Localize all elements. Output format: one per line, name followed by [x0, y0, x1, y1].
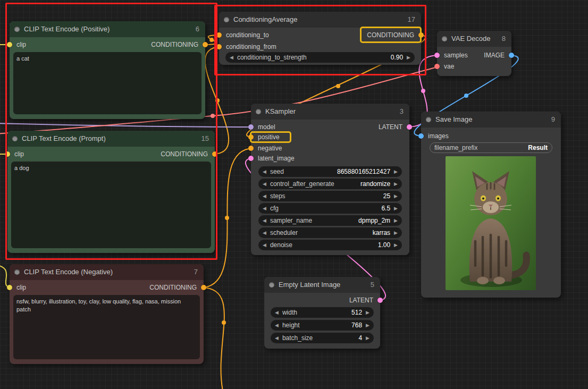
- image-output-port[interactable]: [509, 53, 514, 58]
- model-input-port[interactable]: [248, 124, 254, 130]
- latent-port-label: LATENT: [379, 122, 402, 132]
- prompt-textarea[interactable]: a dog: [11, 162, 211, 248]
- widget-value: 6.5: [381, 205, 390, 212]
- conditioning-output-port[interactable]: [212, 151, 217, 157]
- collapse-dot-icon[interactable]: [224, 17, 229, 22]
- collapse-dot-icon[interactable]: [256, 109, 261, 114]
- image-port-label: IMAGE: [484, 50, 505, 60]
- node-header[interactable]: Empty Latent Image 5: [264, 277, 380, 293]
- node-clip-text-encode-positive[interactable]: CLIP Text Encode (Positive) 6 clip CONDI…: [10, 21, 205, 119]
- widget-conditioning-to-strength[interactable]: ◀ conditioning_to_strength 0.90 ▶: [225, 52, 415, 63]
- widget-cfg[interactable]: ◀ cfg 6.5 ▶: [258, 203, 402, 214]
- widget-label: filename_prefix: [434, 144, 477, 151]
- prompt-textarea[interactable]: a cat: [13, 52, 201, 114]
- increment-arrow-icon[interactable]: ▶: [407, 55, 410, 60]
- node-title: VAE Decode: [451, 35, 490, 43]
- widget-value: 768: [351, 322, 362, 329]
- node-empty-latent-image[interactable]: Empty Latent Image 5 LATENT ◀ width 512 …: [264, 277, 380, 349]
- node-clip-text-encode-negative[interactable]: CLIP Text Encode (Negative) 7 clip CONDI…: [10, 264, 204, 364]
- node-ksampler[interactable]: KSampler 3 model LATENT positive negativ…: [251, 104, 409, 255]
- widget-label: height: [282, 322, 300, 329]
- node-header[interactable]: ConditioningAverage 17: [219, 12, 421, 28]
- increment-arrow-icon[interactable]: ▶: [366, 310, 369, 315]
- widget-batch-size[interactable]: ◀ batch_size 4 ▶: [271, 333, 374, 343]
- latent-output-port[interactable]: [377, 298, 383, 303]
- widget-seed[interactable]: ◀ seed 865880165212427 ▶: [258, 166, 402, 177]
- collapse-dot-icon[interactable]: [269, 282, 274, 287]
- decrement-arrow-icon[interactable]: ◀: [275, 323, 279, 328]
- node-header[interactable]: CLIP Text Encode (Positive) 6: [10, 21, 205, 37]
- clip-input-port[interactable]: [5, 151, 10, 157]
- collapse-dot-icon[interactable]: [14, 27, 20, 32]
- increment-arrow-icon[interactable]: ▶: [394, 194, 398, 199]
- decrement-arrow-icon[interactable]: ◀: [263, 218, 266, 223]
- decrement-arrow-icon[interactable]: ◀: [263, 231, 266, 235]
- collapse-dot-icon[interactable]: [14, 269, 20, 275]
- clip-port-label: clip: [16, 40, 26, 49]
- widget-value: karras: [373, 229, 390, 236]
- widget-filename-prefix[interactable]: filename_prefix Result: [430, 142, 552, 153]
- collapse-dot-icon[interactable]: [12, 136, 18, 141]
- widget-value: dpmpp_2m: [358, 217, 390, 224]
- negative-input-port[interactable]: [248, 146, 254, 151]
- conditioning-output-port[interactable]: [201, 285, 206, 290]
- decrement-arrow-icon[interactable]: ◀: [263, 170, 266, 174]
- widget-control-after-generate[interactable]: ◀ control_after_generate randomize ▶: [258, 179, 402, 189]
- decrement-arrow-icon[interactable]: ◀: [275, 310, 279, 315]
- positive-input-port[interactable]: [248, 134, 254, 140]
- increment-arrow-icon[interactable]: ▶: [394, 170, 398, 174]
- increment-arrow-icon[interactable]: ▶: [394, 182, 398, 187]
- vae-input-port[interactable]: [434, 64, 440, 69]
- clip-input-port[interactable]: [7, 285, 12, 290]
- widget-value: randomize: [360, 180, 390, 188]
- decrement-arrow-icon[interactable]: ◀: [263, 194, 266, 199]
- decrement-arrow-icon[interactable]: ◀: [263, 243, 266, 248]
- node-vae-decode[interactable]: VAE Decode 8 samples IMAGE vae: [437, 31, 511, 76]
- collapse-dot-icon[interactable]: [426, 117, 431, 122]
- images-input-port[interactable]: [418, 133, 424, 139]
- latent-output-port[interactable]: [407, 124, 412, 130]
- increment-arrow-icon[interactable]: ▶: [394, 231, 398, 235]
- latent-image-input-port[interactable]: [248, 156, 254, 161]
- widget-sampler-name[interactable]: ◀ sampler_name dpmpp_2m ▶: [258, 215, 402, 226]
- node-header[interactable]: VAE Decode 8: [437, 31, 511, 47]
- conditioning-output-port[interactable]: [418, 32, 424, 38]
- widget-height[interactable]: ◀ height 768 ▶: [271, 320, 374, 331]
- decrement-arrow-icon[interactable]: ◀: [263, 182, 266, 187]
- conditioning-to-input-port[interactable]: [216, 32, 222, 38]
- widget-label: cfg: [270, 205, 279, 212]
- clip-input-port[interactable]: [7, 42, 12, 47]
- node-conditioning-average[interactable]: ConditioningAverage 17 conditioning_to C…: [219, 12, 421, 65]
- node-header[interactable]: Save Image 9: [421, 112, 561, 128]
- widget-value: Result: [528, 144, 548, 151]
- widget-scheduler[interactable]: ◀ scheduler karras ▶: [258, 227, 402, 238]
- decrement-arrow-icon[interactable]: ◀: [275, 336, 279, 341]
- port-label: negative: [258, 143, 282, 153]
- increment-arrow-icon[interactable]: ▶: [366, 323, 369, 328]
- widget-width[interactable]: ◀ width 512 ▶: [271, 307, 374, 318]
- node-clip-text-encode-prompt[interactable]: CLIP Text Encode (Prompt) 15 clip CONDIT…: [7, 131, 215, 253]
- node-title: CLIP Text Encode (Negative): [24, 268, 113, 276]
- widget-value: 865880165212427: [337, 168, 390, 175]
- conditioning-from-input-port[interactable]: [216, 44, 222, 49]
- increment-arrow-icon[interactable]: ▶: [394, 206, 398, 211]
- decrement-arrow-icon[interactable]: ◀: [263, 206, 266, 211]
- increment-arrow-icon[interactable]: ▶: [366, 336, 369, 341]
- conditioning-port-label: CONDITIONING: [149, 283, 197, 292]
- node-title: Save Image: [435, 115, 472, 123]
- decrement-arrow-icon[interactable]: ◀: [230, 55, 233, 60]
- node-header[interactable]: CLIP Text Encode (Negative) 7: [10, 264, 204, 280]
- widget-steps[interactable]: ◀ steps 25 ▶: [258, 191, 402, 201]
- prompt-textarea[interactable]: nsfw, blurry, illustration, toy, clay, l…: [13, 295, 200, 359]
- increment-arrow-icon[interactable]: ▶: [394, 243, 398, 248]
- node-header[interactable]: KSampler 3: [251, 104, 409, 120]
- increment-arrow-icon[interactable]: ▶: [394, 218, 398, 223]
- collapse-dot-icon[interactable]: [442, 36, 447, 41]
- node-save-image[interactable]: Save Image 9 images filename_prefix Resu…: [421, 112, 561, 298]
- samples-input-port[interactable]: [434, 53, 440, 58]
- port-label: positive: [258, 132, 280, 142]
- widget-denoise[interactable]: ◀ denoise 1.00 ▶: [258, 240, 402, 250]
- widget-label: conditioning_to_strength: [237, 54, 307, 61]
- node-header[interactable]: CLIP Text Encode (Prompt) 15: [7, 131, 215, 147]
- conditioning-output-port[interactable]: [203, 42, 208, 47]
